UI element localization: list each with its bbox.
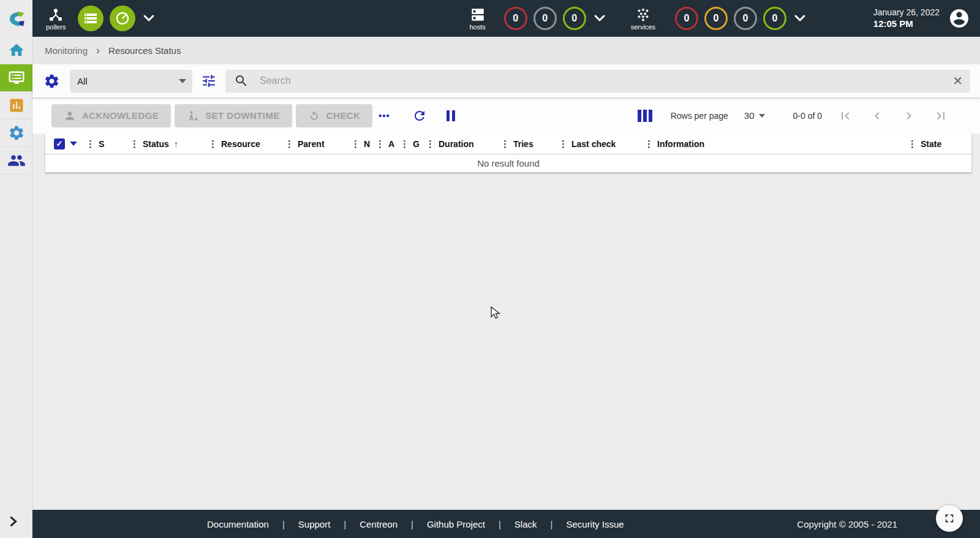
footer-links: Documentation| Support| Centreon| Github… <box>207 519 624 529</box>
downtime-icon <box>187 110 199 122</box>
rows-per-page-value: 30 <box>744 110 755 121</box>
footer-link-security[interactable]: Security Issue <box>566 519 624 529</box>
top-header: pollers hosts 0 0 <box>32 0 980 37</box>
footer-link-documentation[interactable]: Documentation <box>207 519 269 529</box>
footer-link-slack[interactable]: Slack <box>514 519 537 529</box>
clock: January 26, 2022 12:05 PM <box>873 7 940 30</box>
services-warning-counter[interactable]: 0 <box>704 7 728 30</box>
services-critical-counter[interactable]: 0 <box>675 7 698 30</box>
column-header-notes[interactable]: ⋮N <box>351 138 375 150</box>
column-header-resource[interactable]: ⋮Resource <box>208 138 285 150</box>
search-icon <box>234 74 249 88</box>
services-menu[interactable]: services <box>631 7 655 31</box>
fullscreen-icon <box>943 512 956 525</box>
filter-select[interactable]: All <box>70 70 192 93</box>
next-page-button[interactable] <box>902 108 916 123</box>
column-header-action[interactable]: ⋮A <box>375 138 400 150</box>
footer-link-centreon[interactable]: Centreon <box>360 519 398 529</box>
footer-link-github[interactable]: Github Project <box>427 519 485 529</box>
latency-status-button[interactable] <box>110 6 135 31</box>
acknowledge-label: ACKNOWLEDGE <box>82 110 159 121</box>
users-icon <box>7 151 26 170</box>
previous-page-button[interactable] <box>870 108 884 123</box>
hosts-icon <box>470 7 486 23</box>
centreon-logo-icon <box>5 7 28 30</box>
column-header-severity[interactable]: ⋮S <box>86 138 130 150</box>
check-button[interactable]: CHECK <box>296 104 372 127</box>
fullscreen-button[interactable] <box>936 505 963 532</box>
services-unknown-counter[interactable]: 0 <box>734 7 757 30</box>
column-header-tries[interactable]: ⋮Tries <box>500 138 559 150</box>
chevron-right-icon <box>6 515 20 528</box>
hosts-unreachable-counter[interactable]: 0 <box>533 7 557 30</box>
acknowledge-button[interactable]: ACKNOWLEDGE <box>51 104 171 127</box>
rows-per-page-select[interactable]: 30 <box>744 110 765 121</box>
pollers-icon <box>48 7 64 23</box>
filter-gear-icon <box>43 73 60 89</box>
more-actions-button[interactable]: ••• <box>379 110 390 121</box>
column-header-duration[interactable]: ⋮Duration <box>426 138 500 150</box>
search-input[interactable] <box>260 75 946 86</box>
services-icon <box>635 7 651 23</box>
recheck-icon <box>308 110 320 122</box>
refresh-button[interactable] <box>406 105 433 127</box>
refresh-icon <box>412 108 427 123</box>
centreon-logo[interactable] <box>0 0 32 37</box>
sidebar-item-monitoring[interactable] <box>0 64 32 92</box>
hosts-down-counter[interactable]: 0 <box>504 7 527 30</box>
hosts-up-count: 0 <box>571 13 577 24</box>
column-label: S <box>99 139 104 149</box>
column-label: G <box>413 139 420 149</box>
sidebar-expand-button[interactable] <box>6 515 20 531</box>
hosts-expand-chevron[interactable] <box>594 15 605 22</box>
services-ok-counter[interactable]: 0 <box>763 7 786 30</box>
sidebar-item-administration[interactable] <box>0 147 32 175</box>
hosts-label: hosts <box>469 23 485 31</box>
advanced-filters-button[interactable] <box>201 73 217 89</box>
selection-menu-caret-icon[interactable] <box>70 142 77 146</box>
column-header-graph[interactable]: ⋮G <box>400 138 426 150</box>
column-header-last-check[interactable]: ⋮Last check <box>559 138 644 150</box>
services-expand-chevron[interactable] <box>794 15 805 22</box>
set-downtime-button[interactable]: SET DOWNTIME <box>175 104 292 127</box>
sidebar-item-configuration[interactable] <box>0 119 32 147</box>
hosts-up-counter[interactable]: 0 <box>563 7 586 30</box>
pollers-menu[interactable]: pollers <box>46 7 66 31</box>
drag-handle-icon: ⋮ <box>500 138 510 150</box>
check-label: CHECK <box>326 110 360 121</box>
search-field[interactable]: ✕ <box>225 70 970 93</box>
sidebar-item-home[interactable] <box>0 37 32 64</box>
clear-search-icon[interactable]: ✕ <box>952 74 963 88</box>
footer-separator: | <box>344 519 346 529</box>
chevron-down-icon <box>143 15 154 22</box>
sort-ascending-icon: ↑ <box>174 138 179 149</box>
pollers-expand-chevron[interactable] <box>143 15 154 22</box>
current-time: 12:05 PM <box>873 18 940 30</box>
edit-columns-button[interactable] <box>631 106 658 126</box>
column-header-information[interactable]: ⋮Information <box>644 138 908 150</box>
first-page-button[interactable] <box>838 108 853 123</box>
poller-status-button[interactable] <box>78 6 104 31</box>
column-header-status[interactable]: ⋮Status↑ <box>130 138 208 150</box>
empty-result-message: No result found <box>45 154 971 172</box>
set-downtime-label: SET DOWNTIME <box>205 110 279 121</box>
resources-table: ✓ ⋮S ⋮Status↑ ⋮Resource ⋮Parent ⋮N ⋮A ⋮G… <box>45 134 971 172</box>
select-all-checkbox[interactable]: ✓ <box>54 138 65 150</box>
filter-settings-button[interactable] <box>43 73 60 89</box>
breadcrumb-section[interactable]: Monitoring <box>45 45 88 56</box>
first-page-icon <box>838 108 853 123</box>
user-menu-button[interactable] <box>948 7 970 29</box>
last-page-button[interactable] <box>933 108 948 123</box>
services-status-group: services 0 0 0 0 <box>627 7 810 31</box>
drag-handle-icon: ⋮ <box>559 138 568 150</box>
current-date: January 26, 2022 <box>873 7 940 18</box>
column-header-state[interactable]: ⋮State <box>908 138 971 150</box>
pause-autorefresh-button[interactable] <box>440 107 461 125</box>
footer-separator: | <box>411 519 413 529</box>
pause-icon <box>447 110 455 121</box>
column-header-parent[interactable]: ⋮Parent <box>285 138 351 150</box>
footer-link-support[interactable]: Support <box>298 519 331 529</box>
sidebar-item-reporting[interactable] <box>0 92 32 119</box>
hosts-menu[interactable]: hosts <box>469 7 485 31</box>
drag-handle-icon: ⋮ <box>644 138 654 150</box>
